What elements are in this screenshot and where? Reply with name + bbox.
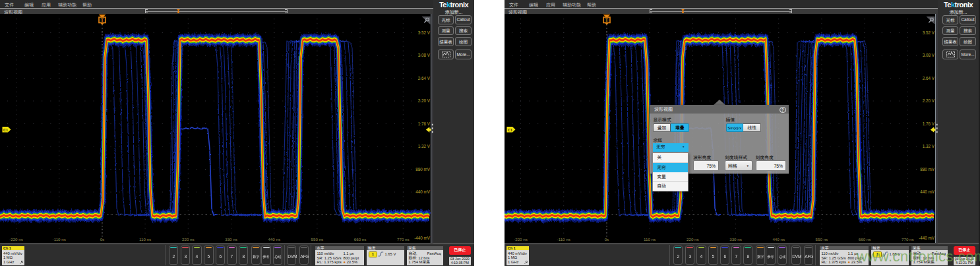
svg-text:220 ns: 220 ns [182, 237, 195, 242]
svg-text:880 mV: 880 mV [920, 167, 935, 172]
svg-text:-440 mV: -440 mV [919, 236, 935, 240]
svg-text:770 ns: 770 ns [397, 237, 410, 242]
svg-text:T: T [605, 18, 609, 22]
svg-text:C1: C1 [3, 128, 8, 132]
svg-text:-220 ns: -220 ns [9, 237, 23, 242]
svg-text:330 ns: 330 ns [225, 237, 237, 242]
svg-text:550 ns: 550 ns [816, 237, 828, 242]
svg-text:2.64 V: 2.64 V [923, 76, 935, 81]
svg-text:660 ns: 660 ns [354, 237, 367, 242]
svg-text:2.20 V: 2.20 V [923, 98, 935, 103]
svg-text:440 ns: 440 ns [772, 237, 785, 242]
svg-text:110 ns: 110 ns [139, 237, 151, 242]
svg-text:0s: 0s [100, 237, 105, 242]
svg-text:110 ns: 110 ns [644, 237, 656, 242]
svg-text:2.20 V: 2.20 V [418, 98, 431, 103]
svg-text:440 mV: 440 mV [920, 189, 935, 194]
svg-text:880 mV: 880 mV [415, 167, 431, 172]
svg-text:-220 ns: -220 ns [514, 237, 528, 242]
svg-text:440 ns: 440 ns [268, 237, 280, 242]
svg-text:440 mV: 440 mV [415, 189, 431, 194]
svg-text:3.08 V: 3.08 V [418, 53, 431, 57]
svg-text:3.52 V: 3.52 V [418, 30, 431, 35]
svg-text:1.32 V: 1.32 V [923, 144, 935, 149]
svg-text:3.52 V: 3.52 V [923, 30, 935, 35]
svg-text:-440 mV: -440 mV [414, 236, 431, 240]
svg-text:330 ns: 330 ns [729, 237, 742, 242]
svg-text:550 ns: 550 ns [311, 237, 324, 242]
svg-text:770 ns: 770 ns [902, 237, 914, 242]
svg-text:T: T [101, 18, 104, 22]
svg-text:-110 ns: -110 ns [53, 237, 66, 242]
svg-text:220 ns: 220 ns [687, 237, 699, 242]
svg-text:3.08 V: 3.08 V [923, 53, 935, 57]
svg-text:660 ns: 660 ns [859, 237, 871, 242]
svg-text:-110 ns: -110 ns [557, 237, 570, 242]
svg-text:2.64 V: 2.64 V [418, 76, 431, 81]
svg-text:0s: 0s [605, 237, 609, 242]
svg-text:C1: C1 [508, 128, 512, 132]
svg-text:1.32 V: 1.32 V [418, 144, 431, 149]
svg-text:1.76 V: 1.76 V [418, 121, 431, 126]
svg-text:1.76 V: 1.76 V [923, 121, 935, 126]
